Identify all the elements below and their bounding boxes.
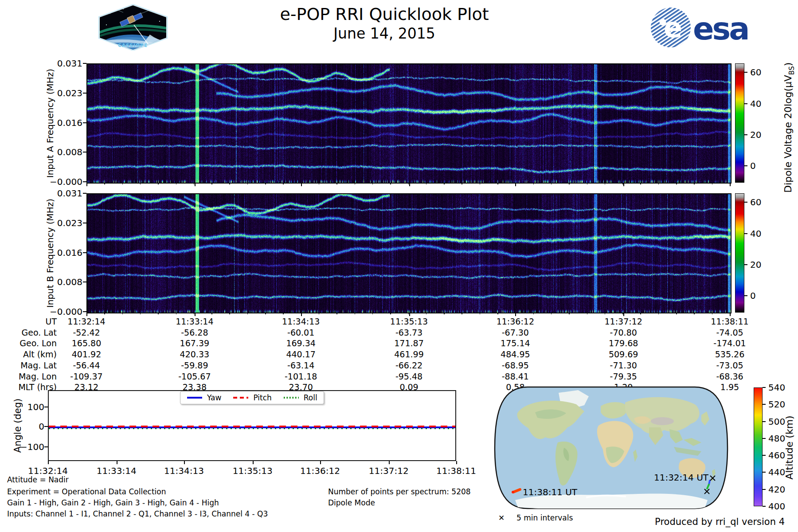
alt-cbar-tick-label: 520: [768, 399, 785, 410]
angle-xtick-label: 11:32:14: [28, 466, 68, 476]
time-minor-tick-a: [104, 183, 105, 184]
time-minor-tick-a: [319, 183, 320, 184]
ephemeris-cell: -74.05: [696, 328, 763, 337]
time-minor-tick-b: [694, 313, 695, 314]
alt-cbar-tick-mark: [763, 404, 766, 405]
page-date: June 14, 2015: [333, 25, 435, 42]
freq-tick-mark-a: [83, 63, 86, 64]
time-minor-tick-b: [533, 313, 534, 314]
produced-by-label: Produced by rri_ql version 4: [655, 516, 785, 527]
dipole-cbar-tick-b: [744, 202, 747, 203]
time-minor-tick-a: [426, 183, 427, 184]
alt-cbar-tick-mark: [763, 506, 766, 507]
dipole-cbar-tick-a: [744, 165, 747, 166]
dipole-cbar-tick-b: [744, 264, 747, 265]
ephemeris-cell: 179.68: [590, 338, 657, 348]
page-title: e-POP RRI Quicklook Plot: [280, 4, 489, 24]
time-minor-tick-b: [247, 313, 248, 314]
gains-note: Gain 1 - High, Gain 2 - High, Gain 3 - H…: [7, 498, 219, 507]
time-minor-tick-a: [372, 183, 373, 184]
time-major-tick-a: [730, 183, 731, 186]
freq-tick-mark-b: [83, 282, 86, 282]
dipole-cbar-tick-label-b: 20: [750, 259, 761, 270]
angle-xtick-mark: [320, 461, 321, 464]
freq-tick-mark-b: [83, 252, 86, 253]
ephemeris-cell: -56.44: [53, 360, 120, 370]
time-minor-tick-a: [229, 183, 230, 184]
attitude-note: Attitude = Nadir: [7, 475, 69, 484]
time-minor-tick-a: [122, 183, 123, 184]
time-major-tick-a: [195, 183, 196, 186]
altitude-colorbar-label: Altitude (km): [784, 390, 795, 505]
ephemeris-cell: -67.30: [482, 328, 548, 337]
esa-logo: e esa: [645, 5, 751, 50]
spectrogram-input-a: [86, 63, 732, 184]
alt-cbar-tick-mark: [763, 438, 766, 439]
ephemeris-row-label: Alt (km): [8, 349, 57, 359]
dipole-cbar-tick-label-a: 40: [750, 98, 761, 109]
time-minor-tick-b: [587, 313, 588, 314]
time-minor-tick-a: [336, 183, 337, 184]
alt-cbar-tick-label: 500: [768, 416, 785, 427]
ephemeris-cell: -174.01: [696, 338, 763, 348]
ephemeris-row-label: Geo. Lon: [8, 338, 57, 348]
ephemeris-cell: 509.69: [590, 349, 657, 359]
alt-cbar-tick-mark: [763, 387, 766, 388]
alt-cbar-tick-mark: [763, 421, 766, 422]
time-minor-tick-b: [444, 313, 445, 314]
pitch-line-sample: [233, 395, 249, 400]
time-major-tick-b: [86, 313, 87, 316]
ephemeris-cell: -60.01: [268, 328, 334, 337]
freq-tick-label-b: 0.016: [48, 247, 82, 258]
time-minor-tick-b: [480, 313, 481, 314]
dipole-cbar-tick-b: [744, 295, 747, 296]
freq-tick-mark-b: [83, 223, 86, 223]
freq-tick-mark-a: [83, 152, 86, 153]
freq-tick-label-b: −0.000: [48, 306, 82, 317]
ephemeris-cell: 167.39: [161, 338, 228, 348]
inputs-note: Inputs: Channel 1 - I1, Channel 2 - Q1, …: [7, 509, 268, 518]
time-minor-tick-b: [372, 313, 373, 314]
ephemeris-cell: 535.26: [696, 349, 763, 359]
time-minor-tick-a: [390, 183, 391, 184]
time-major-tick-a: [409, 183, 410, 186]
dipole-cbar-tick-label-b: 40: [750, 228, 761, 239]
alt-cbar-tick-label: 460: [768, 450, 785, 461]
mode-note: Dipole Mode: [328, 498, 375, 507]
freq-tick-mark-a: [83, 93, 86, 94]
ephemeris-cell: -109.37: [53, 372, 120, 381]
dipole-cbar-tick-label-a: 60: [750, 67, 761, 78]
yaw-line-sample: [187, 395, 203, 400]
alt-cbar-tick-label: 420: [768, 484, 785, 495]
spectrogram-input-b: [86, 193, 732, 313]
time-minor-tick-b: [176, 313, 177, 314]
freq-tick-mark-a: [83, 181, 86, 182]
experiment-note: Experiment = Operational Data Collection: [7, 487, 166, 496]
roll-line-sample: [283, 395, 299, 400]
time-major-tick-b: [623, 313, 624, 316]
time-major-tick-b: [409, 313, 410, 316]
ephemeris-cell: -68.95: [482, 360, 548, 370]
angle-ytick-mark: [44, 426, 48, 427]
angle-xtick-mark: [184, 461, 185, 464]
time-minor-tick-b: [497, 313, 498, 314]
time-minor-tick-b: [676, 313, 677, 314]
ephemeris-cell: 11:34:13: [268, 317, 334, 326]
freq-tick-label-a: 0.016: [48, 117, 82, 128]
freq-tick-label-a: 0.008: [48, 147, 82, 157]
altitude-colorbar: [754, 387, 763, 506]
time-minor-tick-b: [122, 313, 123, 314]
ephemeris-cell: 484.95: [482, 349, 548, 359]
time-minor-tick-b: [336, 313, 337, 314]
time-minor-tick-a: [158, 183, 159, 184]
time-minor-tick-a: [605, 183, 606, 184]
time-major-tick-a: [515, 183, 516, 186]
ephemeris-cell: 11:33:14: [161, 317, 228, 326]
ephemeris-cell: 11:35:13: [376, 317, 442, 326]
angle-xtick-label: 11:36:12: [300, 466, 340, 476]
time-minor-tick-a: [551, 183, 552, 184]
time-major-tick-b: [301, 313, 302, 316]
alt-cbar-tick-mark: [763, 472, 766, 473]
points-note: Number of points per spectrum: 5208: [328, 487, 471, 496]
ephemeris-cell: -88.41: [482, 372, 548, 381]
